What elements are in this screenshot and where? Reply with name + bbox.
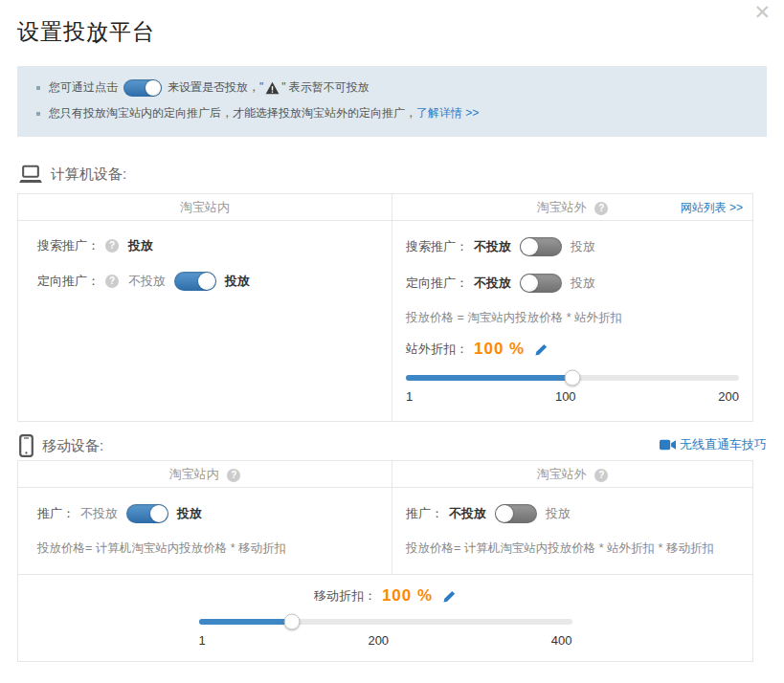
slider-max-label: 400 xyxy=(551,633,572,648)
computer-section-label: 计算机设备: xyxy=(51,165,126,184)
row-label: 定向推广： xyxy=(37,273,100,290)
on-label: 投放 xyxy=(571,275,595,292)
bullet-icon xyxy=(36,112,40,116)
video-camera-icon xyxy=(660,439,676,451)
computer-offsite-search-row: 搜索推广： 不投放 投放 xyxy=(406,237,739,256)
on-label: 投放 xyxy=(571,238,595,255)
discount-label: 移动折扣： xyxy=(314,587,376,605)
discount-label: 站外折扣： xyxy=(406,341,468,358)
computer-onsite-search-row: 搜索推广： ? 投放 xyxy=(37,237,378,254)
slider-max-label: 200 xyxy=(718,389,739,404)
mobile-offsite-promo-toggle[interactable] xyxy=(495,504,537,523)
example-toggle[interactable] xyxy=(123,79,162,97)
mobile-discount-slider-wrap: 1 200 400 xyxy=(199,619,572,648)
slider-fill xyxy=(199,619,293,625)
toggle-knob xyxy=(198,273,215,290)
offsite-discount-slider-wrap: 1 100 200 xyxy=(406,375,739,406)
column-header-label: 淘宝站内 xyxy=(180,200,230,214)
computer-offsite-targeted-row: 定向推广： 不投放 投放 xyxy=(406,274,739,293)
off-label: 不投放 xyxy=(449,505,486,522)
notice-text: 您可通过点击 xyxy=(49,75,118,100)
mobile-onsite-column: 淘宝站内 ? 推广： 不投放 投放 投放价格= 计算机淘宝站内投放价格 * 移动… xyxy=(18,461,392,574)
slider-fill xyxy=(406,375,572,381)
mobile-offsite-promo-row: 推广： 不投放 投放 xyxy=(406,504,739,523)
offsite-price-formula: 投放价格 = 淘宝站内投放价格 * 站外折扣 xyxy=(406,310,739,326)
slider-mid-label: 100 xyxy=(555,389,576,404)
wireless-tips-link[interactable]: 无线直通车技巧 xyxy=(660,436,767,453)
learn-more-link[interactable]: 了解详情 >> xyxy=(416,100,479,126)
on-label: 投放 xyxy=(225,273,250,290)
off-label: 不投放 xyxy=(128,273,166,290)
column-header-label: 淘宝站外 xyxy=(537,200,587,214)
help-icon[interactable]: ? xyxy=(105,239,119,253)
wireless-tips-label: 无线直通车技巧 xyxy=(680,436,767,453)
computer-onsite-column: 淘宝站内 搜索推广： ? 投放 定向推广： ? 不投放 投放 xyxy=(18,194,392,421)
mobile-offsite-header: 淘宝站外 ? xyxy=(392,461,752,488)
page-title: 设置投放平台 xyxy=(17,17,767,47)
computer-offsite-targeted-toggle[interactable] xyxy=(520,274,562,293)
on-label: 投放 xyxy=(177,505,202,522)
offsite-discount-line: 站外折扣： 100 % xyxy=(406,340,739,359)
warning-triangle-icon xyxy=(265,81,280,95)
mobile-offsite-price-formula: 投放价格= 计算机淘宝站内投放价格 * 站外折扣 * 移动折扣 xyxy=(406,540,739,557)
row-label: 推广： xyxy=(406,505,443,522)
help-icon[interactable]: ? xyxy=(594,469,608,482)
column-header-label: 淘宝站内 xyxy=(169,467,219,481)
slider-min-label: 1 xyxy=(199,633,206,648)
toggle-knob xyxy=(521,275,538,292)
row-label: 搜索推广： xyxy=(406,238,468,255)
mobile-discount-slider[interactable] xyxy=(199,619,572,625)
on-label: 投放 xyxy=(546,505,571,522)
close-icon[interactable]: ✕ xyxy=(753,0,771,25)
computer-offsite-header: 淘宝站外 ? 网站列表 >> xyxy=(392,194,752,221)
laptop-icon xyxy=(19,165,42,184)
mobile-section-label: 移动设备: xyxy=(42,437,103,455)
off-label: 不投放 xyxy=(474,275,511,292)
edit-pencil-icon[interactable] xyxy=(534,342,549,357)
computer-onsite-header: 淘宝站内 xyxy=(18,194,392,221)
edit-pencil-icon[interactable] xyxy=(442,589,457,604)
slider-labels: 1 200 400 xyxy=(199,633,572,648)
notice-text: 您只有投放淘宝站内的定向推广后，才能选择投放淘宝站外的定向推广， xyxy=(49,100,416,126)
computer-offsite-column: 淘宝站外 ? 网站列表 >> 搜索推广： 不投放 投放 定向推广： 不投放 投放… xyxy=(392,194,752,421)
column-header-label: 淘宝站外 xyxy=(537,467,587,481)
notice-text: " 表示暂不可投放 xyxy=(281,75,370,100)
website-list-link[interactable]: 网站列表 >> xyxy=(681,194,743,221)
offsite-discount-slider[interactable] xyxy=(406,375,739,381)
discount-value: 100 % xyxy=(382,586,433,606)
off-label: 不投放 xyxy=(80,505,118,522)
slider-knob[interactable] xyxy=(565,370,581,386)
computer-onsite-targeted-toggle[interactable] xyxy=(174,272,216,291)
help-icon[interactable]: ? xyxy=(227,469,240,482)
state-value: 投放 xyxy=(128,237,153,254)
slider-mid-label: 200 xyxy=(368,633,389,648)
mobile-onsite-price-formula: 投放价格= 计算机淘宝站内投放价格 * 移动折扣 xyxy=(37,540,378,557)
notice-line-2: 您只有投放淘宝站内的定向推广后，才能选择投放淘宝站外的定向推广， 了解详情 >> xyxy=(34,100,750,126)
toggle-knob xyxy=(521,238,538,255)
set-platform-dialog: ✕ 设置投放平台 您可通过点击 来设置是否投放，" " 表示暂不可投放 您只有投… xyxy=(0,0,784,683)
help-icon[interactable]: ? xyxy=(105,275,119,288)
slider-labels: 1 100 200 xyxy=(406,389,739,404)
notice-box: 您可通过点击 来设置是否投放，" " 表示暂不可投放 您只有投放淘宝站内的定向推… xyxy=(17,66,767,137)
notice-line-1: 您可通过点击 来设置是否投放，" " 表示暂不可投放 xyxy=(34,75,750,100)
bullet-icon xyxy=(36,86,40,90)
mobile-table: 淘宝站内 ? 推广： 不投放 投放 投放价格= 计算机淘宝站内投放价格 * 移动… xyxy=(17,460,753,662)
row-label: 推广： xyxy=(37,505,75,522)
notice-text: 来设置是否投放，" xyxy=(168,75,263,100)
toggle-knob xyxy=(150,505,168,522)
toggle-knob xyxy=(496,505,513,522)
smartphone-icon xyxy=(19,434,34,457)
off-label: 不投放 xyxy=(474,238,511,255)
slider-knob[interactable] xyxy=(284,614,301,630)
mobile-onsite-header: 淘宝站内 ? xyxy=(18,461,392,488)
mobile-section-header: 移动设备: xyxy=(19,431,103,460)
computer-offsite-search-toggle[interactable] xyxy=(520,237,562,256)
help-icon[interactable]: ? xyxy=(594,202,608,215)
row-label: 搜索推广： xyxy=(37,237,100,254)
computer-onsite-targeted-row: 定向推广： ? 不投放 投放 xyxy=(37,272,378,291)
mobile-discount-line: 移动折扣： 100 % xyxy=(18,586,752,606)
row-label: 定向推广： xyxy=(406,275,468,292)
mobile-offsite-column: 淘宝站外 ? 推广： 不投放 投放 投放价格= 计算机淘宝站内投放价格 * 站外… xyxy=(392,461,752,574)
mobile-section-row: 移动设备: 无线直通车技巧 xyxy=(17,431,767,460)
mobile-onsite-promo-toggle[interactable] xyxy=(126,504,168,523)
